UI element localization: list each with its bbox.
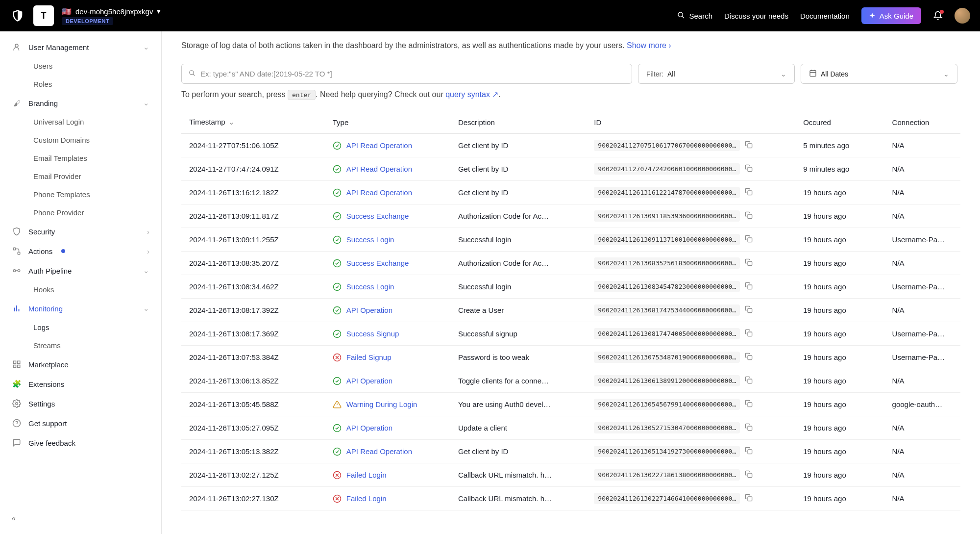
sidebar-item-email-templates[interactable]: Email Templates	[0, 149, 161, 167]
table-row[interactable]: 2024-11-26T13:16:12.182ZAPI Read Operati…	[181, 181, 960, 204]
type-link[interactable]: Failed Login	[346, 494, 387, 503]
ask-guide-button[interactable]: ✦ Ask Guide	[861, 7, 921, 24]
type-link[interactable]: API Read Operation	[346, 188, 412, 197]
table-row[interactable]: 2024-11-27T07:51:06.105ZAPI Read Operati…	[181, 134, 960, 157]
status-warning-icon	[333, 400, 342, 409]
sidebar-item-actions[interactable]: Actions ›	[0, 241, 161, 261]
copy-button[interactable]	[745, 470, 753, 480]
sidebar-item-custom-domains[interactable]: Custom Domains	[0, 131, 161, 149]
type-link[interactable]: Failed Login	[346, 471, 387, 479]
table-row[interactable]: 2024-11-26T13:07:53.384ZFailed SignupPas…	[181, 346, 960, 369]
table-row[interactable]: 2024-11-26T13:05:27.095ZAPI OperationUpd…	[181, 416, 960, 440]
table-row[interactable]: 2024-11-26T13:08:17.392ZAPI OperationCre…	[181, 299, 960, 322]
sparkle-icon: ✦	[869, 11, 876, 20]
notifications-button[interactable]	[933, 11, 943, 21]
status-failed-icon	[333, 494, 342, 503]
type-link[interactable]: Failed Signup	[346, 353, 392, 361]
column-type[interactable]: Type	[328, 111, 453, 134]
table-row[interactable]: 2024-11-26T13:08:34.462ZSuccess LoginSuc…	[181, 275, 960, 299]
sidebar-item-hooks[interactable]: Hooks	[0, 280, 161, 299]
status-success-icon	[333, 259, 342, 268]
copy-button[interactable]	[745, 353, 753, 362]
column-id[interactable]: ID	[589, 111, 798, 134]
tenant-info[interactable]: 🇺🇸 dev-mohg5he8jnxpxkgv ▾ DEVELOPMENT	[62, 7, 161, 25]
sidebar-item-extensions[interactable]: 🧩 Extensions	[0, 374, 161, 394]
copy-button[interactable]	[745, 423, 753, 432]
copy-button[interactable]	[745, 447, 753, 456]
copy-button[interactable]	[745, 235, 753, 244]
table-row[interactable]: 2024-11-26T13:05:13.382ZAPI Read Operati…	[181, 440, 960, 463]
type-link[interactable]: Success Login	[346, 235, 394, 244]
tenant-badge[interactable]: T	[33, 5, 54, 26]
docs-link[interactable]: Documentation	[800, 12, 850, 20]
search-box[interactable]	[181, 64, 632, 84]
sidebar-item-user-management[interactable]: User Management ⌄	[0, 37, 161, 57]
type-link[interactable]: Success Login	[346, 282, 394, 291]
copy-button[interactable]	[745, 329, 753, 338]
show-more-link[interactable]: Show more ›	[627, 41, 671, 50]
sidebar-item-get-support[interactable]: Get support	[0, 413, 161, 433]
copy-button[interactable]	[745, 258, 753, 268]
sidebar-item-branding[interactable]: 🖌 Branding ⌄	[0, 93, 161, 113]
avatar[interactable]	[955, 8, 970, 24]
type-link[interactable]: API Read Operation	[346, 447, 412, 456]
sidebar-item-settings[interactable]: Settings	[0, 394, 161, 413]
cell-id: 90020241126130513419273000000000000…	[589, 440, 798, 463]
copy-button[interactable]	[745, 400, 753, 409]
sidebar-item-roles[interactable]: Roles	[0, 75, 161, 93]
copy-button[interactable]	[745, 376, 753, 385]
table-row[interactable]: 2024-11-26T13:06:13.852ZAPI OperationTog…	[181, 369, 960, 393]
sidebar-item-security[interactable]: Security ›	[0, 222, 161, 241]
chevron-down-icon: ⌄	[143, 266, 149, 275]
copy-button[interactable]	[745, 164, 753, 174]
table-row[interactable]: 2024-11-26T13:08:17.369ZSuccess SignupSu…	[181, 322, 960, 346]
sidebar-item-streams[interactable]: Streams	[0, 336, 161, 355]
table-row[interactable]: 2024-11-26T13:02:27.125ZFailed LoginCall…	[181, 463, 960, 487]
type-link[interactable]: API Operation	[346, 306, 392, 314]
auth0-logo-icon[interactable]	[10, 8, 25, 24]
cell-timestamp: 2024-11-26T13:08:34.462Z	[181, 275, 328, 299]
type-link[interactable]: Warning During Login	[346, 400, 417, 408]
copy-button[interactable]	[745, 305, 753, 315]
sidebar-item-phone-templates[interactable]: Phone Templates	[0, 185, 161, 203]
copy-button[interactable]	[745, 282, 753, 291]
table-row[interactable]: 2024-11-26T13:05:45.588ZWarning During L…	[181, 393, 960, 416]
discuss-link[interactable]: Discuss your needs	[724, 12, 788, 20]
type-link[interactable]: Success Exchange	[346, 212, 409, 220]
sidebar-item-universal-login[interactable]: Universal Login	[0, 113, 161, 131]
search-button[interactable]: Search	[677, 11, 712, 21]
table-row[interactable]: 2024-11-26T13:09:11.817ZSuccess Exchange…	[181, 204, 960, 228]
column-occured[interactable]: Occured	[798, 111, 887, 134]
sidebar-item-monitoring[interactable]: Monitoring ⌄	[0, 299, 161, 318]
sidebar-item-marketplace[interactable]: Marketplace	[0, 355, 161, 374]
sidebar-item-users[interactable]: Users	[0, 57, 161, 75]
type-link[interactable]: API Operation	[346, 377, 392, 385]
date-dropdown[interactable]: All Dates ⌄	[801, 64, 957, 84]
table-row[interactable]: 2024-11-26T13:02:27.130ZFailed LoginCall…	[181, 487, 960, 510]
filter-dropdown[interactable]: Filter: All ⌄	[638, 64, 795, 84]
copy-button[interactable]	[745, 494, 753, 503]
copy-button[interactable]	[745, 188, 753, 197]
query-syntax-link[interactable]: query syntax ↗	[445, 90, 498, 99]
column-timestamp[interactable]: Timestamp⌄	[181, 111, 328, 134]
type-link[interactable]: API Read Operation	[346, 165, 412, 173]
table-row[interactable]: 2024-11-26T13:08:35.207ZSuccess Exchange…	[181, 252, 960, 275]
copy-button[interactable]	[745, 211, 753, 221]
column-description[interactable]: Description	[453, 111, 589, 134]
sidebar-item-phone-provider[interactable]: Phone Provider	[0, 203, 161, 222]
type-link[interactable]: API Operation	[346, 424, 392, 432]
svg-rect-62	[748, 497, 752, 501]
type-link[interactable]: Success Signup	[346, 330, 399, 338]
column-connection[interactable]: Connection	[887, 111, 960, 134]
type-link[interactable]: Success Exchange	[346, 259, 409, 267]
copy-button[interactable]	[745, 141, 753, 150]
table-row[interactable]: 2024-11-27T07:47:24.091ZAPI Read Operati…	[181, 157, 960, 181]
sidebar-item-auth-pipeline[interactable]: Auth Pipeline ⌄	[0, 261, 161, 280]
sidebar-item-email-provider[interactable]: Email Provider	[0, 167, 161, 185]
collapse-sidebar-button[interactable]: «	[0, 509, 161, 528]
type-link[interactable]: API Read Operation	[346, 141, 412, 150]
sidebar-item-give-feedback[interactable]: Give feedback	[0, 433, 161, 453]
sidebar-item-logs[interactable]: Logs	[0, 318, 161, 336]
table-row[interactable]: 2024-11-26T13:09:11.255ZSuccess LoginSuc…	[181, 228, 960, 252]
search-input[interactable]	[200, 70, 625, 78]
